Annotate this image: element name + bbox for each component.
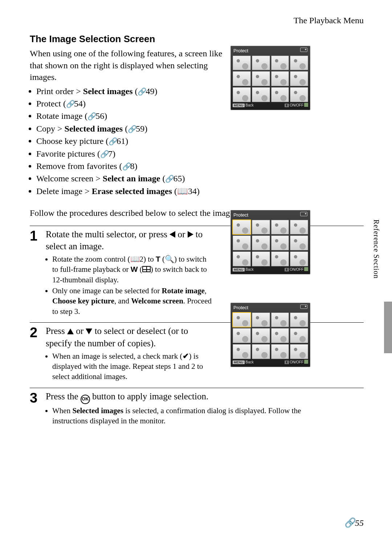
zoom-icon <box>304 360 308 364</box>
ref-icon: 🔗 <box>109 137 117 145</box>
camera-screen-protect-1: Protect MENUBack ⬍ON/OFF <box>230 46 310 110</box>
thumbnail-grid <box>230 55 310 103</box>
zoom-icon <box>304 267 308 271</box>
camera-screen-protect-3: Protect ✔ ✔ ✔ MENUBack ⬍ON/OFF <box>230 303 310 367</box>
ref-icon: 🔗 <box>344 517 355 528</box>
feature-item: Delete image > Erase selected images (📖3… <box>36 185 364 197</box>
section-intro: When using one of the following features… <box>30 48 226 83</box>
step-number: 1 <box>30 228 41 243</box>
updown-icon: ⬍ <box>285 360 289 364</box>
feature-item: Welcome screen > Select an image (🔗65) <box>36 173 364 184</box>
camera-screen-protect-2: Protect MENUBack ⬍ON/OFF <box>230 210 310 274</box>
protect-key-icon <box>300 305 307 309</box>
ref-icon: 🔗 <box>128 125 136 133</box>
check-badge: ✔ <box>253 313 258 318</box>
right-arrow-icon <box>188 231 193 238</box>
onoff-label: ON/OFF <box>290 360 303 364</box>
side-tab <box>384 302 392 353</box>
cam-title: Protect <box>233 212 248 218</box>
thumbnail-grid <box>230 219 310 267</box>
step-1-head: Rotate the multi selector, or press or t… <box>46 228 216 253</box>
step-3: 3 Press the OK button to apply image sel… <box>30 390 364 428</box>
step-1-bullet: Only one image can be selected for Rotat… <box>52 286 212 317</box>
onoff-label: ON/OFF <box>290 267 303 271</box>
W-icon: W <box>131 265 138 273</box>
step-3-head: Press the OK button to apply image selec… <box>46 390 300 404</box>
check-badge: ✔ <box>272 313 277 318</box>
thumbnail-icon <box>142 266 151 272</box>
feature-item: Protect (🔗54) <box>36 98 364 109</box>
back-label: Back <box>246 103 254 107</box>
thumbnail-grid: ✔ ✔ ✔ <box>230 312 310 360</box>
feature-item: Remove from favorites (🔗8) <box>36 160 364 172</box>
protect-key-icon <box>300 212 307 216</box>
divider <box>30 322 364 323</box>
feature-item: Print order > Select images (🔗49) <box>36 85 364 97</box>
magnify-icon: 🔍 <box>165 255 174 263</box>
step-number: 2 <box>30 325 41 339</box>
divider <box>30 388 364 388</box>
step-number: 3 <box>30 390 41 405</box>
cam-title: Protect <box>233 48 248 54</box>
page-number: 🔗55 <box>344 516 364 529</box>
up-arrow-icon <box>67 329 74 334</box>
feature-item: Copy > Selected images (🔗59) <box>36 123 364 134</box>
back-label: Back <box>246 267 254 271</box>
onoff-label: ON/OFF <box>290 103 303 107</box>
ref-icon: 🔗 <box>87 112 95 120</box>
ref-icon: 🔗 <box>122 162 130 170</box>
ref-icon: 🔗 <box>100 150 108 158</box>
step-3-bullet: When Selected images is selected, a conf… <box>52 406 306 426</box>
step-2-bullet: When an image is selected, a check mark … <box>52 351 212 382</box>
updown-icon: ⬍ <box>285 104 289 107</box>
step-1: 1 Rotate the multi selector, or press or… <box>30 228 364 319</box>
down-arrow-icon <box>86 329 92 334</box>
feature-item: Rotate image (🔗56) <box>36 110 364 122</box>
breadcrumb: The Playback Menu <box>30 15 364 26</box>
section-title: The Image Selection Screen <box>30 33 364 45</box>
ref-icon: 🔗 <box>138 88 146 96</box>
left-arrow-icon <box>170 231 175 238</box>
thumbnail-selected <box>233 220 251 235</box>
step-1-bullet: Rotate the zoom control (📖2) to T (🔍) to… <box>52 254 212 285</box>
ref-icon: 🔗 <box>66 100 74 108</box>
side-section-label: Reference Section <box>371 219 381 279</box>
back-label: Back <box>246 360 254 364</box>
menu-tag: MENU <box>233 104 245 107</box>
T-icon: T <box>156 255 160 263</box>
feature-item: Choose key picture (🔗61) <box>36 135 364 147</box>
check-badge: ✔ <box>233 313 238 318</box>
step-2-head: Press or to select or deselect (or to sp… <box>46 325 216 350</box>
feature-item: Favorite pictures (🔗7) <box>36 148 364 160</box>
menu-tag: MENU <box>233 360 245 364</box>
cam-title: Protect <box>233 305 248 311</box>
book-icon: 📖 <box>177 186 188 196</box>
check-icon: ✔ <box>183 352 189 360</box>
updown-icon: ⬍ <box>285 268 289 271</box>
zoom-icon <box>304 103 308 107</box>
book-icon: 📖 <box>130 255 140 263</box>
thumbnail-selected: ✔ <box>233 313 251 327</box>
divider <box>30 226 364 226</box>
ref-icon: 🔗 <box>165 175 173 183</box>
follow-text: Follow the procedures described below to… <box>30 207 364 219</box>
step-2: 2 Press or to select or deselect (or to … <box>30 325 364 384</box>
ok-button-icon: OK <box>81 395 90 404</box>
protect-key-icon <box>300 48 307 52</box>
menu-tag: MENU <box>233 268 245 271</box>
feature-list: Print order > Select images (🔗49) Protec… <box>36 85 364 197</box>
